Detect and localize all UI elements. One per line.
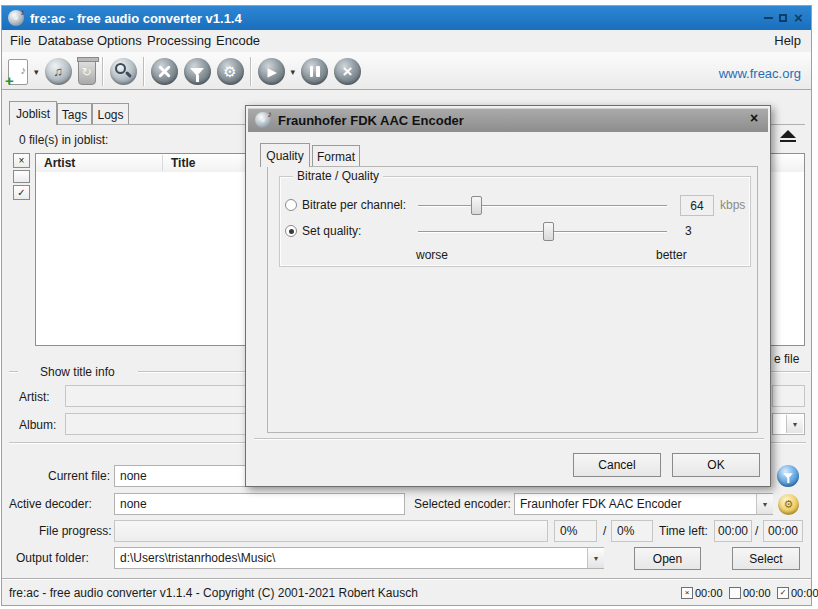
- maximize-button[interactable]: [776, 10, 789, 25]
- album-label: Album:: [19, 418, 56, 432]
- stop-x-icon: ×: [343, 62, 353, 82]
- window-title: fre:ac - free audio converter v1.1.4: [30, 11, 242, 26]
- cddb-query-button[interactable]: [110, 58, 137, 85]
- quality-slider-handle[interactable]: [543, 222, 554, 241]
- toggle-selection-button[interactable]: ✓: [13, 185, 30, 200]
- pause-encoding-button[interactable]: [301, 58, 328, 85]
- start-encoding-button[interactable]: ▶: [258, 58, 285, 85]
- menu-processing[interactable]: Processing: [145, 30, 213, 52]
- dialog-tab-format[interactable]: Format: [312, 145, 360, 167]
- minimize-button[interactable]: [762, 10, 775, 25]
- open-button[interactable]: Open: [634, 547, 701, 570]
- dialog-title: Fraunhofer FDK AAC Encoder: [278, 113, 464, 128]
- dialog-tab-quality[interactable]: Quality: [260, 143, 310, 167]
- magnifier-icon: [115, 63, 126, 74]
- group-title: Bitrate / Quality: [293, 169, 383, 183]
- timer-value: 00:00: [695, 587, 723, 599]
- close-button[interactable]: ×: [792, 10, 805, 25]
- cd-note-icon: ♫: [53, 64, 63, 79]
- ok-button[interactable]: OK: [672, 453, 760, 477]
- bitrate-slider[interactable]: [418, 196, 667, 215]
- timer-empty-icon: [729, 587, 741, 599]
- bitrate-label[interactable]: Bitrate per channel:: [302, 198, 406, 212]
- app-icon-note: ♪: [268, 109, 273, 119]
- encoder-combo-caret-icon[interactable]: ▾: [756, 494, 773, 514]
- quality-value-label: 3: [685, 224, 692, 238]
- screen: ♪ fre:ac - free audio converter v1.1.4 ×…: [0, 0, 818, 609]
- timer-x-icon: ×: [681, 587, 693, 599]
- add-cd-tracks-button[interactable]: ♫: [45, 58, 72, 85]
- stop-encoding-button[interactable]: ×: [334, 58, 361, 85]
- dialog-tab-page: Bitrate / Quality Bitrate per channel: 6…: [267, 166, 758, 433]
- column-artist[interactable]: Artist: [36, 154, 162, 172]
- artist-input: [65, 385, 247, 407]
- funnel-icon: [783, 473, 793, 479]
- menu-database[interactable]: Database: [36, 30, 96, 52]
- website-link[interactable]: www.freac.org: [719, 66, 801, 81]
- eject-cd-button[interactable]: [773, 124, 803, 148]
- set-quality-label[interactable]: Set quality:: [302, 224, 361, 238]
- menu-help[interactable]: Help: [772, 30, 803, 52]
- toolbar-separator: [143, 57, 145, 86]
- genre-combo-fragment[interactable]: ▾: [772, 413, 805, 435]
- combo-caret-icon[interactable]: ▾: [786, 415, 803, 433]
- title-bar[interactable]: ♪ fre:ac - free audio converter v1.1.4 ×: [2, 6, 811, 30]
- toolbar-separator: [250, 57, 252, 86]
- output-folder-caret-icon[interactable]: ▾: [587, 548, 604, 568]
- general-settings-button[interactable]: [151, 58, 178, 85]
- progress-slash: /: [603, 524, 606, 538]
- play-icon: ▶: [267, 65, 276, 79]
- selected-encoder-label: Selected encoder:: [414, 497, 511, 511]
- time-left-label: Time left:: [659, 524, 708, 538]
- add-files-plus-icon: +: [5, 75, 14, 87]
- menu-encode[interactable]: Encode: [214, 30, 262, 52]
- section-line: [138, 371, 246, 373]
- status-bar: fre:ac - free audio converter v1.1.4 - C…: [2, 578, 811, 605]
- processing-setup-button[interactable]: [184, 58, 211, 85]
- remove-all-button[interactable]: ↻: [78, 59, 96, 85]
- app-icon: ♪: [8, 10, 24, 26]
- configure-encoder-icon[interactable]: ⚙: [778, 494, 799, 515]
- file-progress-percent: 0%: [554, 520, 597, 542]
- select-all-button[interactable]: ×: [13, 153, 30, 168]
- menu-file[interactable]: File: [8, 30, 33, 52]
- encoder-settings-button[interactable]: ⚙: [217, 58, 244, 85]
- pause-icon: [310, 66, 320, 77]
- better-label: better: [656, 248, 687, 262]
- add-files-dropdown-caret[interactable]: ▾: [34, 67, 39, 77]
- eject-icon: [780, 130, 796, 138]
- output-folder-label: Output folder:: [16, 551, 89, 565]
- bitrate-unit-label: kbps: [720, 198, 745, 212]
- add-files-button[interactable]: ♪ +: [8, 59, 28, 85]
- menu-options[interactable]: Options: [95, 30, 144, 52]
- dialog-title-bar[interactable]: ♪ Fraunhofer FDK AAC Encoder: [248, 108, 768, 132]
- bitrate-slider-handle[interactable]: [471, 196, 482, 215]
- select-none-button[interactable]: [13, 170, 30, 183]
- toolbar-buttons: ♪ + ▾ ♫ ↻ ⚙ ▶ ▾: [8, 57, 361, 86]
- start-encoding-dropdown-caret[interactable]: ▾: [291, 67, 296, 77]
- output-folder-combo[interactable]: d:\Users\tristanrhodes\Music\: [114, 547, 604, 569]
- time-left-file: 00:00: [714, 520, 752, 542]
- bitrate-value-field[interactable]: 64: [680, 195, 714, 216]
- select-button[interactable]: Select: [732, 547, 800, 570]
- time-slash: /: [755, 524, 758, 538]
- title-input-fragment: [772, 385, 805, 407]
- app-icon: ♪: [255, 112, 271, 128]
- file-progress-label: File progress:: [39, 524, 112, 538]
- quality-slider[interactable]: [418, 222, 667, 241]
- magnifier-handle-icon: [124, 71, 131, 78]
- tab-logs[interactable]: Logs: [92, 103, 129, 125]
- bitrate-radio[interactable]: [285, 199, 297, 211]
- set-quality-radio[interactable]: [285, 225, 297, 237]
- tab-tags[interactable]: Tags: [57, 103, 92, 125]
- joblist-count-label: 0 file(s) in joblist:: [19, 133, 108, 147]
- artist-label: Artist:: [19, 390, 50, 404]
- cancel-button[interactable]: Cancel: [573, 453, 661, 477]
- show-title-info-label[interactable]: Show title info: [40, 365, 115, 379]
- recycle-icon: ↻: [82, 65, 92, 79]
- selected-encoder-combo[interactable]: Fraunhofer FDK AAC Encoder: [514, 493, 773, 515]
- tab-joblist[interactable]: Joblist: [9, 101, 57, 125]
- processing-status-icon: [777, 465, 799, 487]
- dialog-close-button[interactable]: ×: [746, 110, 762, 126]
- gear-icon: ⚙: [784, 498, 794, 511]
